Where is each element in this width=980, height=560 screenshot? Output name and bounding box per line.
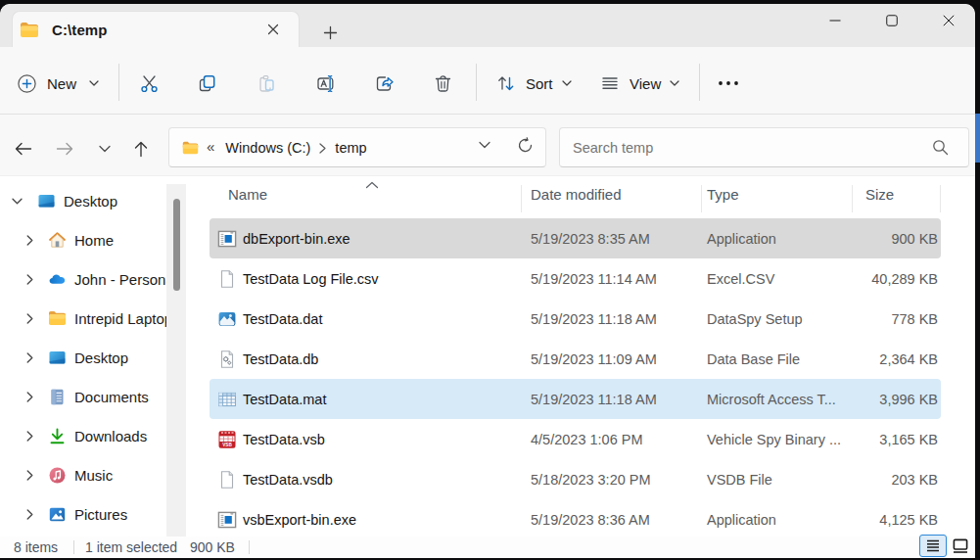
breadcrumb-drive[interactable]: Windows (C:) <box>223 140 312 156</box>
new-button[interactable]: New <box>18 66 99 101</box>
arrow-right-icon <box>56 142 73 156</box>
copy-button[interactable] <box>188 64 227 103</box>
svg-text:VSB: VSB <box>222 443 232 447</box>
file-name: TestData.dat <box>243 311 322 327</box>
breadcrumb-folder[interactable]: temp <box>333 140 368 156</box>
chevron-down-icon[interactable] <box>11 198 23 205</box>
toolbar-separator <box>476 64 477 101</box>
file-date-modified: 5/19/2023 11:09 AM <box>521 351 701 367</box>
sidebar-scrollbar-track[interactable] <box>166 184 186 538</box>
file-type: Application <box>701 512 852 528</box>
file-type: Excel.CSV <box>701 271 852 287</box>
chevron-right-icon[interactable] <box>23 509 35 520</box>
share-icon <box>374 73 395 94</box>
file-date-modified: 5/19/2023 11:14 AM <box>521 271 701 287</box>
chevron-right-icon <box>319 143 326 154</box>
close-window-button[interactable] <box>920 4 975 37</box>
file-row-vsbExport-bin.exe[interactable]: vsbExport-bin.exe5/19/2023 8:36 AMApplic… <box>210 499 941 539</box>
file-row-TestData.db[interactable]: TestData.db5/19/2023 11:09 AMData Base F… <box>210 339 941 379</box>
file-size: 3,996 KB <box>852 392 938 407</box>
sidebar-item-label: Pictures <box>74 506 127 523</box>
search-input[interactable] <box>560 128 968 166</box>
column-header-name[interactable]: Name <box>228 176 267 212</box>
folder-icon <box>182 141 199 155</box>
column-header-type[interactable]: Type <box>707 176 739 212</box>
desktop-monitor-icon <box>37 192 56 210</box>
delete-button[interactable] <box>423 64 462 103</box>
sidebar-item-label: Desktop <box>74 350 128 366</box>
file-type: Application <box>701 231 852 247</box>
column-separator[interactable] <box>521 185 522 212</box>
file-row-TestData.vsdb[interactable]: TestData.vsdb5/18/2023 3:20 PMVSDB File2… <box>210 459 941 499</box>
chevron-right-icon[interactable] <box>23 392 35 402</box>
file-row-TestData.dat[interactable]: TestData.dat5/19/2023 11:18 AMDataSpy Se… <box>210 299 941 339</box>
tab-c-temp[interactable]: C:\temp <box>12 11 300 47</box>
details-view-icon <box>926 539 940 552</box>
large-icons-view-toggle[interactable] <box>949 535 972 557</box>
chevron-right-icon[interactable] <box>23 313 35 324</box>
folder-icon <box>20 22 39 38</box>
sort-button[interactable]: Sort <box>487 64 582 103</box>
paste-button[interactable] <box>247 64 286 103</box>
file-name: TestData.vsdb <box>243 472 333 488</box>
maximize-icon <box>886 15 898 26</box>
chevron-down-icon <box>99 145 111 153</box>
details-view-toggle[interactable] <box>919 535 947 557</box>
tab-bar: C:\temp <box>0 4 975 47</box>
file-row-TestData Log File.csv[interactable]: TestData Log File.csv5/19/2023 11:14 AME… <box>210 258 941 299</box>
view-button[interactable]: View <box>590 64 689 103</box>
folder-icon <box>48 309 67 328</box>
chevron-right-icon[interactable] <box>23 274 35 285</box>
vsb-red-file-icon: VSB <box>217 430 237 449</box>
column-separator[interactable] <box>852 185 853 212</box>
content-area: Desktop Home <box>0 175 975 537</box>
file-name: TestData.mat <box>243 392 326 407</box>
file-list: dbExport-bin.exe5/19/2023 8:35 AMApplica… <box>210 218 941 539</box>
up-button[interactable] <box>127 135 155 163</box>
new-tab-button[interactable] <box>316 19 344 46</box>
column-header-date-modified[interactable]: Date modified <box>531 176 622 212</box>
minimize-button[interactable] <box>807 4 863 37</box>
search-icon[interactable] <box>932 139 949 156</box>
file-name: TestData Log File.csv <box>243 271 379 287</box>
column-separator[interactable] <box>940 185 941 212</box>
sort-button-label: Sort <box>526 75 553 92</box>
file-date-modified: 5/19/2023 8:35 AM <box>521 231 701 247</box>
maximize-button[interactable] <box>863 4 920 37</box>
column-separator[interactable] <box>701 185 702 212</box>
forward-button[interactable] <box>51 135 78 163</box>
chevron-right-icon[interactable] <box>23 352 35 363</box>
rename-button[interactable] <box>305 64 345 103</box>
back-button[interactable] <box>10 135 37 163</box>
file-size: 40,289 KB <box>852 271 938 287</box>
file-type: DataSpy Setup <box>701 311 852 327</box>
view-icon <box>600 73 620 93</box>
address-bar-row: « Windows (C:) temp <box>0 116 975 175</box>
command-bar: New <box>0 47 975 115</box>
file-row-dbExport-bin.exe[interactable]: dbExport-bin.exe5/19/2023 8:35 AMApplica… <box>210 218 941 258</box>
chevron-right-icon[interactable] <box>23 431 35 442</box>
cut-button[interactable] <box>129 64 168 103</box>
search-box <box>559 127 969 167</box>
column-header-size[interactable]: Size <box>865 176 894 212</box>
file-row-TestData.vsb[interactable]: VSBTestData.vsb4/5/2023 1:06 PMVehicle S… <box>210 419 941 459</box>
home-icon <box>48 231 67 250</box>
recent-locations-button[interactable] <box>91 135 118 163</box>
chevron-right-icon[interactable] <box>23 235 35 246</box>
blank-page-file-icon <box>217 470 237 490</box>
music-note-icon <box>48 466 67 485</box>
sidebar-item-label: Intrepid Laptop <box>74 310 172 327</box>
desktop-monitor-icon <box>48 349 67 367</box>
share-button[interactable] <box>364 64 403 103</box>
address-bar[interactable]: « Windows (C:) temp <box>168 127 546 167</box>
more-options-button[interactable] <box>709 64 748 103</box>
breadcrumb-overflow[interactable]: « <box>207 138 214 155</box>
sidebar-scrollbar-thumb[interactable] <box>173 199 180 291</box>
refresh-icon[interactable] <box>517 137 534 154</box>
address-dropdown-chevron[interactable] <box>479 141 490 149</box>
file-row-TestData.mat[interactable]: TestData.mat5/19/2023 11:18 AMMicrosoft … <box>210 379 941 419</box>
file-name: TestData.db <box>243 351 318 367</box>
download-arrow-icon <box>48 427 67 445</box>
chevron-right-icon[interactable] <box>23 470 35 481</box>
tab-close-button[interactable] <box>261 18 285 41</box>
